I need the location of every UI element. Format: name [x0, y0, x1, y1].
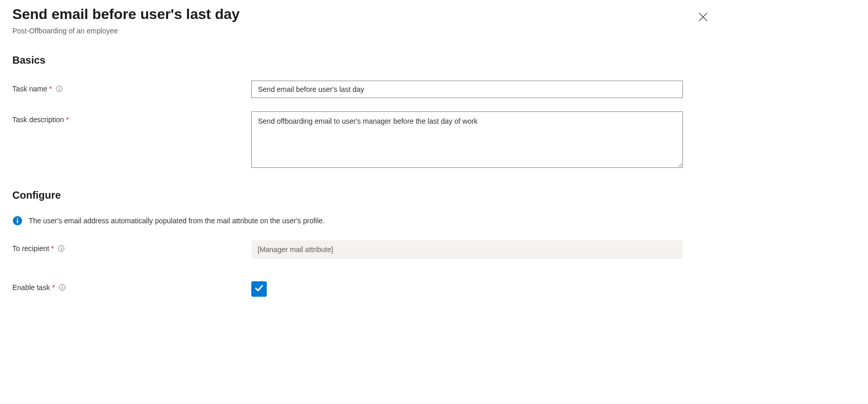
to-recipient-label: To recipient: [12, 244, 49, 253]
task-name-label: Task name: [12, 85, 47, 93]
required-marker: *: [52, 283, 54, 292]
configure-info-text: The user's email address automatically p…: [29, 217, 325, 225]
task-description-input[interactable]: [251, 111, 683, 168]
svg-point-6: [17, 218, 19, 220]
close-button[interactable]: [694, 8, 712, 27]
enable-task-label: Enable task: [12, 283, 50, 292]
info-icon[interactable]: [58, 283, 66, 292]
svg-rect-7: [17, 220, 18, 224]
svg-point-3: [59, 87, 59, 88]
to-recipient-field: [Manager mail attribute]: [251, 240, 683, 259]
enable-task-checkbox[interactable]: [251, 281, 267, 297]
required-marker: *: [66, 116, 68, 124]
svg-point-12: [62, 286, 62, 286]
task-name-input[interactable]: [251, 81, 683, 98]
required-marker: *: [51, 244, 54, 253]
info-icon[interactable]: [55, 85, 63, 93]
basics-heading: Basics: [12, 54, 856, 66]
page-subtitle: Post-Offboarding of an employee: [12, 27, 694, 35]
task-description-label: Task description: [12, 116, 64, 124]
configure-heading: Configure: [12, 189, 856, 201]
check-icon: [254, 283, 264, 295]
info-icon: [12, 216, 23, 226]
page-title: Send email before user's last day: [12, 5, 694, 24]
required-marker: *: [49, 85, 52, 93]
info-icon[interactable]: [57, 244, 65, 253]
svg-point-9: [61, 247, 61, 247]
close-icon: [698, 15, 708, 23]
